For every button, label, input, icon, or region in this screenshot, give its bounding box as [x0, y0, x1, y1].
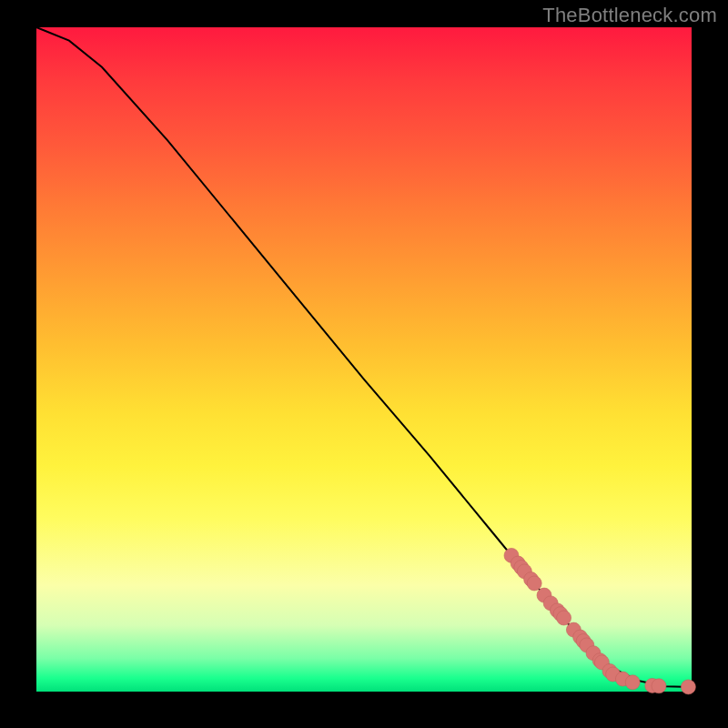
watermark-text: TheBottleneck.com [542, 4, 717, 27]
data-point [681, 680, 695, 694]
data-point [625, 675, 640, 690]
curve-line [36, 27, 692, 687]
plot-area [36, 27, 692, 692]
chart-frame: TheBottleneck.com [0, 0, 728, 728]
scatter-points [504, 548, 695, 694]
data-point [557, 611, 571, 625]
chart-svg [36, 27, 692, 692]
data-point [652, 679, 666, 693]
data-point [527, 576, 541, 591]
